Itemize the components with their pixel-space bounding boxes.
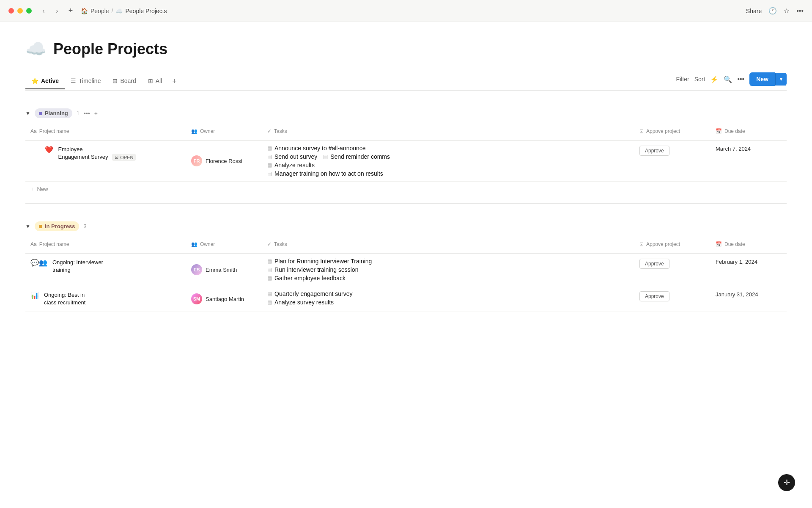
th-owner: 👥 Owner [186,126,262,137]
th-approve-label: Appove project [646,241,680,247]
nav-controls: ‹ › + [38,6,76,16]
sort-button[interactable]: Sort [694,76,705,83]
owner-cell: SM Santiago Martin [186,286,262,312]
th-owner-label: Owner [200,241,215,247]
task-item: ▤ Plan for Running Interviewer Training [267,258,629,265]
table-row: 💬👥 Ongoing: Interviewertraining ES Emma … [25,254,787,286]
ai-assistant-button[interactable]: ✛ [778,474,795,491]
project-name-cell: 📊 Ongoing: Best inclass recruitment [25,286,186,312]
tasks-cell: ▤ Quarterly engagement survey ▤ Analyze … [262,286,634,312]
task-label: Plan for Running Interviewer Training [274,258,372,265]
search-icon[interactable]: 🔍 [724,75,732,83]
planning-add-btn[interactable]: + [94,110,98,117]
history-icon[interactable]: 🕐 [768,7,777,15]
nav-forward-btn[interactable]: › [52,6,62,16]
th-project-name-label: Project name [39,128,69,134]
breadcrumb-current: People Projects [125,8,167,14]
new-button-chevron[interactable]: ▾ [775,73,787,86]
check-icon: ✓ [267,128,272,134]
breadcrumb-icon: 🏠 [81,8,88,14]
task-label: Manager training on how to act on result… [274,170,383,177]
due-date-value: January 31, 2024 [716,291,758,298]
task-label: Gather employee feedback [274,275,346,282]
breadcrumb-page-icon: ☁️ [115,8,123,14]
task-item: ▤ Run interviewer training session [267,266,629,273]
nav-add-btn[interactable]: + [66,6,76,16]
task-label: Send reminder comms [330,153,390,160]
task-icon: ▤ [267,258,272,264]
task-icon: ▤ [267,299,272,305]
owner-name: Florence Rossi [206,158,242,164]
breadcrumb: 🏠 People / ☁️ People Projects [81,8,167,14]
task-label: Announce survey to #all-announce [274,145,366,152]
project-emoji-icon: 📊 [30,291,39,299]
row-actions: + ⠿ [30,146,40,153]
section-divider [25,203,787,204]
lightning-icon[interactable]: ⚡ [710,75,719,83]
in-progress-table-header: Aa Project name 👥 Owner ✓ Tasks ⊡ Appove… [25,235,787,254]
planning-collapse-btn[interactable]: ▼ [25,110,30,116]
page-emoji-icon: ☁️ [25,39,47,59]
tab-board[interactable]: ⊞ Board [107,74,142,89]
project-name-cell: + ⠿ ❤️ EmployeeEngagement Survey ⊡ OPEN [25,141,186,181]
approve-button[interactable]: Approve [639,259,669,269]
owner-name: Santiago Martin [206,296,244,302]
tab-all[interactable]: ⊞ All [142,74,168,89]
task-item: ▤ Manager training on how to act on resu… [267,170,629,177]
tab-board-label: Board [120,77,136,84]
nav-back-btn[interactable]: ‹ [38,6,49,16]
approve-cell: Approve [634,141,710,181]
close-window-btn[interactable] [8,8,14,14]
breadcrumb-parent[interactable]: People [91,8,109,14]
maximize-window-btn[interactable] [26,8,32,14]
in-progress-collapse-btn[interactable]: ▼ [25,224,30,229]
owner-cell: FR Florence Rossi [186,141,262,181]
th-approve-label: Appove project [646,128,680,134]
th-tasks-label: Tasks [274,241,287,247]
title-bar: ‹ › + 🏠 People / ☁️ People Projects Shar… [0,0,812,22]
approve-button[interactable]: Approve [639,146,669,156]
all-icon: ⊞ [148,77,153,84]
title-bar-right: Share 🕐 ☆ ••• [746,7,804,15]
text-icon: Aa [30,128,37,134]
task-item: ▤ Analyze survey results [267,299,629,306]
table-row: + ⠿ ❤️ EmployeeEngagement Survey ⊡ OPEN … [25,141,787,182]
in-progress-label: In Progress [45,223,75,229]
tab-timeline[interactable]: ☰ Timeline [65,74,107,89]
new-button[interactable]: New [749,72,775,86]
th-due-date-label: Due date [724,241,745,247]
task-item: ▤ Announce survey to #all-announce [267,145,629,152]
th-owner-2: 👥 Owner [186,239,262,250]
add-tab-button[interactable]: + [168,74,181,89]
board-icon: ⊞ [112,77,118,84]
planning-new-row[interactable]: + New [25,182,787,196]
planning-more-btn[interactable]: ••• [84,110,90,117]
more-icon[interactable]: ••• [737,75,744,83]
tab-active[interactable]: ⭐ Active [25,74,65,89]
th-project-name-label: Project name [39,241,69,247]
bookmark-icon[interactable]: ☆ [784,7,790,15]
in-progress-badge: In Progress [35,221,80,231]
share-button[interactable]: Share [746,8,762,14]
project-name-text[interactable]: EmployeeEngagement Survey [58,146,108,160]
project-name-text[interactable]: Ongoing: Interviewertraining [52,259,103,274]
owner-cell: ES Emma Smith [186,254,262,286]
section-in-progress: ▼ In Progress 3 Aa Project name 👥 Owner … [25,217,787,312]
minimize-window-btn[interactable] [17,8,23,14]
tab-all-label: All [156,77,162,84]
approve-button[interactable]: Approve [639,291,669,301]
planning-table-header: Aa Project name 👥 Owner ✓ Tasks ⊡ Appove… [25,122,787,141]
avatar: ES [191,264,202,275]
project-name-text[interactable]: Ongoing: Best inclass recruitment [44,291,85,306]
filter-button[interactable]: Filter [676,76,689,83]
task-icon: ▤ [267,145,272,151]
due-date-cell: February 1, 2024 [710,254,787,286]
due-date-value: February 1, 2024 [716,259,757,265]
approve-icon: ⊡ [639,128,644,134]
task-label: Analyze survey results [274,299,334,306]
due-date-cell: January 31, 2024 [710,286,787,312]
more-options-icon[interactable]: ••• [796,7,804,15]
task-icon: ▤ [267,171,272,177]
tasks-cell: ▤ Plan for Running Interviewer Training … [262,254,634,286]
task-icon: ▤ [267,162,272,168]
